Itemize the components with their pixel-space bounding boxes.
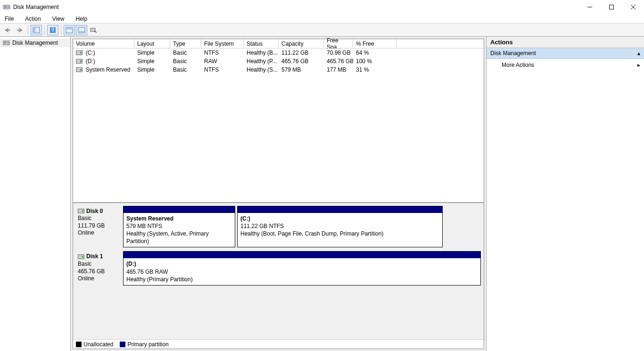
legend-label-unallocated: Unallocated	[83, 341, 113, 348]
table-row[interactable]: System Reserved Simple Basic NTFS Health…	[73, 65, 484, 74]
table-row[interactable]: (D:) Simple Basic RAW Healthy (P... 465.…	[73, 57, 484, 65]
partition-detail: 579 MB NTFS	[126, 222, 232, 230]
legend-swatch-unallocated	[76, 342, 82, 347]
disk-size: 465.76 GB	[78, 268, 119, 276]
disk-info[interactable]: Disk 0 Basic 111.79 GB Online	[76, 206, 121, 248]
partition[interactable]: (D:) 465.76 GB RAW Healthy (Primary Part…	[123, 251, 481, 286]
actions-section[interactable]: Disk Management ▴	[487, 48, 644, 59]
partition-status: Healthy (System, Active, Primary Partiti…	[126, 230, 232, 245]
partition-status: Healthy (Primary Partition)	[126, 276, 478, 283]
disk-type: Basic	[78, 261, 119, 268]
disk-name: Disk 0	[86, 208, 103, 215]
partition-bar	[124, 252, 480, 258]
menu-help[interactable]: Help	[74, 15, 90, 23]
col-status[interactable]: Status	[244, 39, 279, 48]
menu-file[interactable]: File	[3, 15, 16, 23]
cell-fs: RAW	[201, 57, 244, 65]
legend: Unallocated Primary partition	[73, 339, 484, 349]
col-capacity[interactable]: Capacity	[279, 39, 324, 48]
cell-free: 70.98 GB	[324, 49, 353, 57]
window-title: Disk Management	[13, 4, 59, 10]
partition-name: (D:)	[126, 260, 478, 268]
svg-rect-5	[610, 5, 614, 9]
cell-status: Healthy (P...	[244, 57, 279, 65]
chevron-right-icon: ▸	[637, 62, 640, 68]
cell-pct: 31 %	[353, 66, 396, 73]
cell-volume: System Reserved	[86, 66, 131, 73]
view-toggle-1-button[interactable]	[31, 25, 42, 35]
disk-info[interactable]: Disk 1 Basic 465.76 GB Online	[76, 251, 121, 286]
disk-state: Online	[78, 275, 119, 283]
close-button[interactable]	[622, 0, 644, 14]
col-filesystem[interactable]: File System	[201, 39, 244, 48]
center-pane: Volume Layout Type File System Status Ca…	[71, 37, 487, 351]
disk-name: Disk 1	[86, 253, 103, 261]
col-type[interactable]: Type	[170, 39, 201, 48]
actions-more[interactable]: More Actions ▸	[487, 59, 644, 71]
cell-status: Healthy (B...	[244, 49, 279, 57]
col-pctfree[interactable]: % Free	[353, 39, 396, 48]
disk-row: Disk 1 Basic 465.76 GB Online (D:) 465.7…	[76, 251, 481, 286]
svg-rect-11	[33, 27, 35, 33]
partition-name: (C:)	[240, 215, 439, 222]
cell-volume: (C:)	[86, 49, 95, 56]
cell-fs: NTFS	[201, 66, 244, 73]
actions-header: Actions	[487, 37, 644, 48]
disk-size: 111.79 GB	[78, 222, 119, 230]
view-toggle-2-button[interactable]	[64, 25, 75, 35]
menu-view[interactable]: View	[50, 15, 66, 23]
svg-rect-17	[78, 31, 85, 33]
cell-type: Basic	[170, 66, 201, 73]
disk-icon	[78, 209, 84, 213]
forward-button[interactable]	[14, 25, 25, 35]
svg-text:?: ?	[51, 28, 54, 33]
col-free[interactable]: Free Spa...	[324, 39, 353, 48]
cell-capacity: 579 MB	[279, 66, 324, 73]
drive-icon	[76, 50, 83, 55]
partition[interactable]: System Reserved 579 MB NTFS Healthy (Sys…	[123, 206, 235, 248]
cell-layout: Simple	[134, 66, 170, 73]
partition-detail: 465.76 GB RAW	[126, 268, 478, 276]
drive-icon	[76, 59, 83, 64]
col-volume[interactable]: Volume	[73, 39, 134, 48]
menubar: File Action View Help	[0, 14, 644, 24]
svg-rect-21	[4, 43, 6, 43]
partition[interactable]: (C:) 111.22 GB NTFS Healthy (Boot, Page …	[237, 206, 443, 248]
legend-label-primary: Primary partition	[127, 341, 168, 348]
cell-free: 465.76 GB	[324, 57, 353, 65]
view-toggle-3-button[interactable]	[76, 25, 87, 35]
partition-bar	[124, 206, 235, 213]
cell-type: Basic	[170, 49, 201, 57]
svg-rect-15	[66, 27, 73, 29]
tree-pane: Disk Management	[0, 37, 71, 351]
tree-item-label: Disk Management	[12, 40, 58, 46]
cell-volume: (D:)	[86, 58, 95, 65]
col-layout[interactable]: Layout	[134, 39, 170, 48]
drive-icon	[76, 67, 83, 72]
tree-item-disk-management[interactable]: Disk Management	[0, 39, 70, 47]
maximize-button[interactable]	[601, 0, 622, 14]
titlebar: Disk Management	[0, 0, 644, 14]
cell-type: Basic	[170, 57, 201, 65]
disk-state: Online	[78, 229, 119, 237]
partition-status: Healthy (Boot, Page File, Crash Dump, Pr…	[240, 230, 439, 237]
back-button[interactable]	[2, 25, 13, 35]
svg-rect-2	[4, 7, 7, 8]
cell-capacity: 111.22 GB	[279, 49, 324, 57]
table-row[interactable]: (C:) Simple Basic NTFS Healthy (B... 111…	[73, 49, 484, 57]
svg-point-3	[8, 7, 9, 8]
help-button[interactable]: ?	[47, 25, 58, 35]
partition-detail: 111.22 GB NTFS	[240, 222, 439, 230]
disk-row: Disk 0 Basic 111.79 GB Online System Res…	[76, 206, 481, 248]
settings-button[interactable]	[88, 25, 99, 35]
cell-status: Healthy (S...	[244, 66, 279, 73]
app-icon	[3, 3, 10, 11]
partition-name: System Reserved	[126, 215, 232, 222]
disk-graphical-area: Disk 0 Basic 111.79 GB Online System Res…	[73, 202, 484, 339]
cell-fs: NTFS	[201, 49, 244, 57]
collapse-icon: ▴	[637, 50, 640, 57]
volume-table-body: (C:) Simple Basic NTFS Healthy (B... 111…	[73, 49, 484, 202]
menu-action[interactable]: Action	[23, 15, 42, 23]
legend-swatch-primary	[120, 342, 125, 347]
minimize-button[interactable]	[579, 0, 601, 14]
